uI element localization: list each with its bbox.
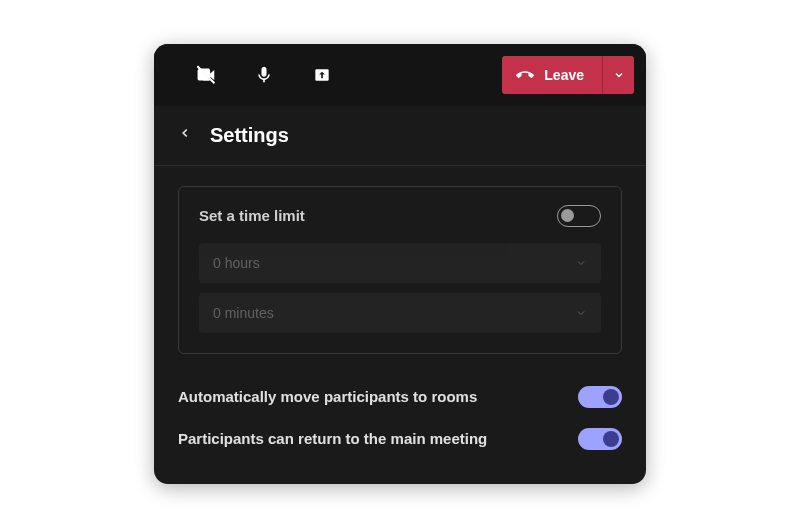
share-screen-icon[interactable] — [310, 63, 334, 87]
time-limit-header: Set a time limit — [199, 205, 601, 227]
meeting-toolbar: Leave — [154, 44, 646, 106]
minutes-value: 0 minutes — [213, 305, 274, 321]
chevron-down-icon — [575, 257, 587, 269]
panel-header: Settings — [154, 106, 646, 166]
camera-off-icon[interactable] — [194, 63, 218, 87]
auto-move-row: Automatically move participants to rooms — [178, 376, 622, 418]
microphone-icon[interactable] — [252, 63, 276, 87]
hours-dropdown[interactable]: 0 hours — [199, 243, 601, 283]
settings-window: Leave Settings Set a time limit 0 hour — [154, 44, 646, 484]
panel-title: Settings — [210, 124, 289, 147]
leave-button-group: Leave — [502, 56, 634, 94]
time-limit-toggle[interactable] — [557, 205, 601, 227]
leave-label: Leave — [544, 67, 584, 83]
chevron-left-icon — [178, 126, 192, 140]
time-limit-title: Set a time limit — [199, 207, 305, 224]
return-main-toggle[interactable] — [578, 428, 622, 450]
auto-move-toggle[interactable] — [578, 386, 622, 408]
toolbar-icons — [194, 63, 334, 87]
back-button[interactable] — [178, 126, 192, 144]
chevron-down-icon — [575, 307, 587, 319]
auto-move-label: Automatically move participants to rooms — [178, 388, 477, 405]
time-limit-card: Set a time limit 0 hours 0 minutes — [178, 186, 622, 354]
minutes-dropdown[interactable]: 0 minutes — [199, 293, 601, 333]
hours-value: 0 hours — [213, 255, 260, 271]
leave-options-button[interactable] — [602, 56, 634, 94]
chevron-down-icon — [613, 69, 625, 81]
return-main-label: Participants can return to the main meet… — [178, 430, 487, 447]
hangup-icon — [516, 66, 534, 84]
panel-body: Set a time limit 0 hours 0 minutes Autom… — [154, 166, 646, 484]
leave-button[interactable]: Leave — [502, 56, 602, 94]
return-main-row: Participants can return to the main meet… — [178, 418, 622, 460]
